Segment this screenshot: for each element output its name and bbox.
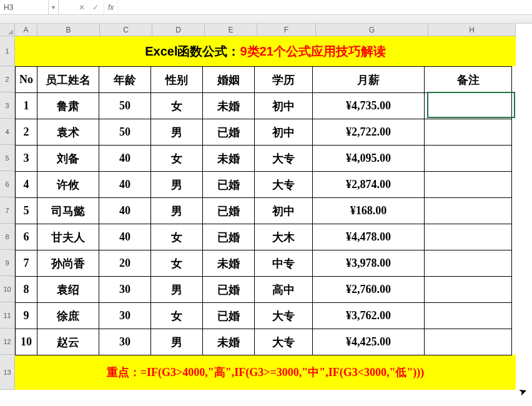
cell-name[interactable]: 赵云 [37,329,99,355]
cell-no[interactable]: 10 [15,329,37,355]
row-header-4[interactable]: 4 [0,119,15,145]
row-header-2[interactable]: 2 [0,66,15,92]
cell-age[interactable]: 50 [99,119,151,146]
cell-salary[interactable]: ¥3,762.00 [312,302,425,329]
cell-marriage[interactable]: 已婚 [202,119,255,146]
name-box[interactable]: H3 [0,0,49,14]
col-header-D[interactable]: D [152,24,205,36]
row-header-8[interactable]: 8 [0,224,15,250]
col-header-E[interactable]: E [205,24,257,36]
cell-marriage[interactable]: 未婚 [202,250,255,277]
cell-name[interactable]: 甘夫人 [37,224,99,250]
row-header-10[interactable]: 10 [0,276,15,302]
row-header-9[interactable]: 9 [0,250,15,276]
header-gender[interactable]: 性别 [150,66,203,93]
cell-education[interactable]: 大木 [254,224,313,250]
cell-education[interactable]: 中专 [254,250,313,277]
cell-salary[interactable]: ¥4,735.00 [312,92,425,119]
cell-education[interactable]: 高中 [254,276,313,303]
header-salary[interactable]: 月薪 [312,66,425,93]
cell-gender[interactable]: 女 [150,145,203,172]
cell-education[interactable]: 大专 [254,329,313,355]
row-header-7[interactable]: 7 [0,197,15,224]
col-header-C[interactable]: C [100,24,152,36]
cell-education[interactable]: 大专 [254,302,313,329]
cell-gender[interactable]: 男 [150,329,203,355]
cell-age[interactable]: 30 [99,302,151,329]
cell-marriage[interactable]: 已婚 [202,171,255,198]
cell-no[interactable]: 6 [15,224,37,250]
cell-salary[interactable]: ¥4,095.00 [312,145,425,172]
cell-name[interactable]: 司马懿 [37,197,99,224]
cell-gender[interactable]: 女 [150,92,203,119]
col-header-G[interactable]: G [316,24,428,36]
cell-salary[interactable]: ¥2,722.00 [312,119,425,146]
cell-no[interactable]: 7 [15,250,37,277]
cell-note[interactable] [424,224,512,250]
cell-age[interactable]: 30 [99,276,151,303]
cell-name[interactable]: 鲁肃 [37,92,99,119]
cell-salary[interactable]: ¥2,874.00 [312,171,425,198]
header-education[interactable]: 学历 [254,66,313,93]
row-header-12[interactable]: 12 [0,329,15,355]
row-header-11[interactable]: 11 [0,302,15,329]
cell-note[interactable] [424,302,512,329]
select-all-triangle[interactable] [0,24,15,36]
cell-marriage[interactable]: 已婚 [202,224,255,250]
header-name[interactable]: 员工姓名 [37,66,99,93]
header-no[interactable]: No [15,66,37,93]
cell-education[interactable]: 大专 [254,145,313,172]
cell-name[interactable]: 孙尚香 [37,250,99,277]
cell-note[interactable] [424,145,512,172]
cell-age[interactable]: 40 [99,197,151,224]
cell-age[interactable]: 20 [99,250,151,277]
cell-education[interactable]: 初中 [254,197,313,224]
cell-age[interactable]: 40 [99,145,151,172]
cell-name[interactable]: 袁术 [37,119,99,146]
cell-note[interactable] [424,92,512,119]
cell-age[interactable]: 30 [99,329,151,355]
cell-education[interactable]: 初中 [254,92,313,119]
cell-note[interactable] [424,171,512,198]
col-header-H[interactable]: H [428,24,516,36]
cell-note[interactable] [424,329,512,355]
cell-name[interactable]: 许攸 [37,171,99,198]
cell-name[interactable]: 徐庶 [37,302,99,329]
cell-no[interactable]: 4 [15,171,37,198]
cell-note[interactable] [424,276,512,303]
name-box-dropdown-icon[interactable]: ▼ [49,0,59,14]
cell-salary[interactable]: ¥3,978.00 [312,250,425,277]
col-header-F[interactable]: F [257,24,316,36]
row-header-3[interactable]: 3 [0,92,15,119]
cell-no[interactable]: 9 [15,302,37,329]
cell-gender[interactable]: 男 [150,276,203,303]
cell-gender[interactable]: 女 [150,224,203,250]
cell-name[interactable]: 刘备 [37,145,99,172]
col-header-A[interactable]: A [15,24,37,36]
col-header-B[interactable]: B [37,24,100,36]
cell-no[interactable]: 1 [15,92,37,119]
cell-no[interactable]: 8 [15,276,37,303]
row-header-6[interactable]: 6 [0,171,15,197]
cell-salary[interactable]: ¥2,760.00 [312,276,425,303]
cell-marriage[interactable]: 已婚 [202,197,255,224]
cell-name[interactable]: 袁绍 [37,276,99,303]
cell-marriage[interactable]: 未婚 [202,145,255,172]
header-note[interactable]: 备注 [424,66,512,93]
header-marriage[interactable]: 婚姻 [202,66,255,93]
cell-marriage[interactable]: 已婚 [202,302,255,329]
cell-no[interactable]: 3 [15,145,37,172]
cell-marriage[interactable]: 未婚 [202,92,255,119]
cell-marriage[interactable]: 未婚 [202,329,255,355]
title-cell[interactable]: Excel函数公式： 9类21个公式应用技巧解读 [15,36,516,66]
cell-age[interactable]: 40 [99,224,151,250]
cell-education[interactable]: 初中 [254,119,313,146]
row-header-13[interactable]: 13 [0,355,15,390]
cell-gender[interactable]: 女 [150,302,203,329]
row-header-1[interactable]: 1 [0,36,15,66]
cell-marriage[interactable]: 已婚 [202,276,255,303]
footer-cell[interactable]: 重点： =IF(G3>4000,"高",IF(G3>=3000,"中",IF(G… [15,355,516,390]
cell-age[interactable]: 50 [99,92,151,119]
cell-gender[interactable]: 男 [150,171,203,198]
fx-icon[interactable]: fx [104,0,118,14]
